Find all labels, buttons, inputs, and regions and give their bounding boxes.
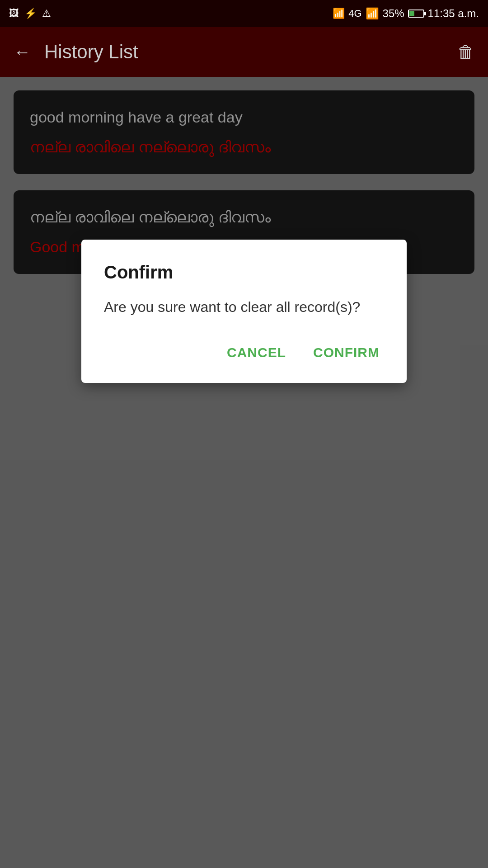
usb-icon: ⚡ [24,8,37,19]
image-icon: 🖼 [9,8,19,19]
page-title: History List [44,41,457,63]
battery-percentage: 35% [383,7,404,20]
confirm-button[interactable]: CONFIRM [309,340,384,365]
main-content: good morning have a great day നല്ല രാവില… [0,77,488,868]
trash-button[interactable]: 🗑 [457,42,474,62]
status-right-info: 📶 4G 📶 35% 11:35 a.m. [333,7,479,20]
status-bar: 🖼 ⚡ ⚠ 📶 4G 📶 35% 11:35 a.m. [0,0,488,27]
signal-icon: 📶 [366,7,379,20]
dialog-buttons: CANCEL CONFIRM [104,340,384,365]
dialog-message: Are you sure want to clear all record(s)… [104,296,384,318]
time-display: 11:35 a.m. [428,7,479,20]
dialog-overlay: Confirm Are you sure want to clear all r… [0,77,488,868]
wifi-icon: 📶 [333,8,345,19]
status-left-icons: 🖼 ⚡ ⚠ [9,8,51,19]
battery-indicator [408,9,424,18]
dialog-title: Confirm [104,262,384,283]
confirm-dialog: Confirm Are you sure want to clear all r… [81,240,407,383]
cancel-button[interactable]: CANCEL [222,340,291,365]
app-bar: ← History List 🗑 [0,27,488,77]
back-button[interactable]: ← [14,42,31,62]
alert-icon: ⚠ [42,8,51,19]
network-type: 4G [348,8,361,19]
